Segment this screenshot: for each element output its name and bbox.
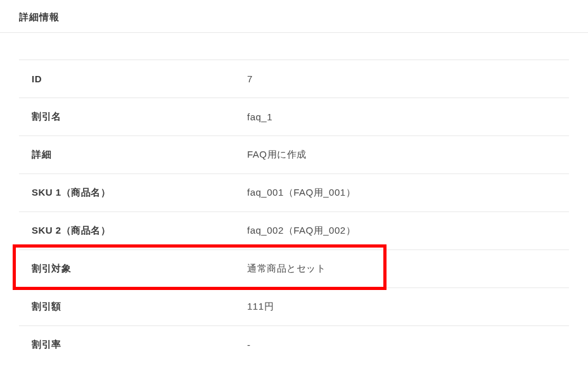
- table-row: 詳細 FAQ用に作成: [19, 135, 569, 173]
- row-label: ID: [32, 73, 247, 84]
- row-value: 7: [247, 73, 556, 84]
- table-row: 割引率 -: [19, 325, 569, 363]
- table-row: 割引額 111円: [19, 287, 569, 325]
- table-row: 割引対象 通常商品とセット: [19, 249, 569, 287]
- row-label: SKU 1（商品名）: [32, 187, 247, 199]
- table-row: 割引名 faq_1: [19, 98, 569, 135]
- row-label: SKU 2（商品名）: [32, 225, 247, 237]
- row-label: 詳細: [32, 149, 247, 161]
- table-row: SKU 2（商品名） faq_002（FAQ用_002）: [19, 211, 569, 249]
- page-title: 詳細情報: [0, 0, 588, 32]
- row-value: faq_002（FAQ用_002）: [247, 225, 556, 237]
- detail-table: ID 7 割引名 faq_1 詳細 FAQ用に作成 SKU 1（商品名） faq…: [0, 60, 588, 363]
- row-label: 割引率: [32, 339, 247, 351]
- row-value: faq_1: [247, 111, 556, 122]
- table-row: SKU 1（商品名） faq_001（FAQ用_001）: [19, 173, 569, 211]
- row-value: -: [247, 339, 556, 350]
- row-value: 通常商品とセット: [247, 263, 556, 275]
- title-divider: [0, 32, 588, 33]
- row-label: 割引名: [32, 111, 247, 123]
- row-label: 割引額: [32, 301, 247, 313]
- row-label: 割引対象: [32, 263, 247, 275]
- table-row: ID 7: [19, 60, 569, 98]
- row-value: FAQ用に作成: [247, 149, 556, 161]
- row-value: faq_001（FAQ用_001）: [247, 187, 556, 199]
- row-value: 111円: [247, 301, 556, 313]
